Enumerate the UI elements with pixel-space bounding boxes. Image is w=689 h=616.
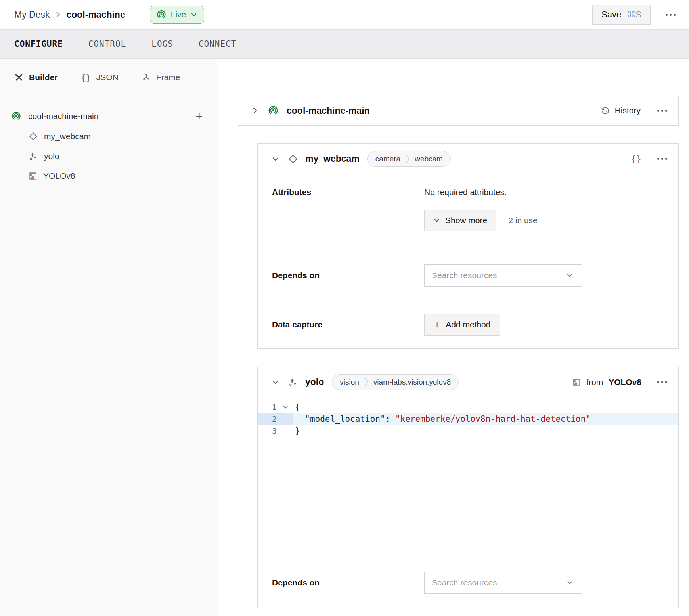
code-line-1: 1 { — [258, 401, 678, 413]
badge-model-segment: viam-labs:vision:yolov8 — [369, 378, 458, 386]
machine-part-icon — [268, 105, 279, 116]
webcam-card: my_webcam camera webcam {} Attributes No… — [257, 143, 679, 349]
resource-tree: cool-machine-main + my_webcam yolo — [0, 96, 217, 186]
history-button[interactable]: History — [600, 106, 641, 115]
module-icon — [572, 378, 581, 386]
tree-connector-line — [238, 126, 238, 616]
top-bar-actions: Save ⌘S — [592, 5, 676, 25]
depends-on-select[interactable]: Search resources — [424, 572, 582, 594]
badge-api-segment: camera — [368, 155, 405, 163]
view-json[interactable]: {} JSON — [80, 73, 119, 82]
code-line-3: 3 } — [258, 425, 678, 437]
part-panel-title: cool-machine-main — [287, 105, 370, 116]
yolo-depends-section: Depends on Search resources — [258, 557, 678, 608]
from-module-label: from YOLOv8 — [572, 377, 641, 387]
vision-service-icon — [288, 377, 298, 387]
machine-tabs: CONFIGURE CONTROL LOGS CONNECT — [0, 30, 689, 59]
tab-configure[interactable]: CONFIGURE — [14, 39, 63, 49]
part-panel-expand-button[interactable] — [251, 106, 259, 115]
save-button[interactable]: Save ⌘S — [592, 5, 651, 25]
tree-item-yolov8-module[interactable]: YOLOv8 — [11, 166, 203, 186]
webcam-menu-button[interactable] — [656, 155, 668, 162]
sidebar: Builder {} JSON Frame — [0, 59, 217, 616]
json-attributes-editor[interactable]: 1 { 2 "model_location": "keremberke/yolo… — [258, 397, 678, 557]
yolo-card-header: yolo vision viam-labs:vision:yolov8 — [258, 367, 678, 397]
badge-model-segment: webcam — [410, 155, 450, 163]
view-builder-label: Builder — [29, 73, 57, 82]
vision-service-icon — [29, 151, 38, 161]
show-more-label: Show more — [445, 216, 487, 225]
machine-part-icon — [11, 111, 21, 121]
webcam-card-header: my_webcam camera webcam {} — [258, 144, 678, 174]
tree-item-label: my_webcam — [44, 132, 91, 141]
tree-root-machine-part[interactable]: cool-machine-main + — [11, 106, 203, 126]
live-status-button[interactable]: Live — [150, 6, 205, 24]
live-status-label: Live — [171, 10, 186, 19]
json-string-value: "keremberke/yolov8n-hard-hat-detection" — [395, 414, 591, 424]
code-text: "model_location": "keremberke/yolov8n-ha… — [293, 413, 678, 425]
yolo-menu-button[interactable] — [656, 379, 668, 385]
from-module-name: YOLOv8 — [609, 377, 641, 387]
camera-component-icon — [288, 154, 298, 164]
webcam-data-capture-section: Data capture + Add method — [258, 300, 678, 349]
part-panel-menu-button[interactable] — [656, 107, 668, 114]
save-button-label: Save — [601, 10, 621, 20]
attributes-in-use-count: 2 in use — [508, 216, 538, 225]
tools-icon — [14, 73, 24, 82]
tree-item-yolo[interactable]: yolo — [11, 146, 203, 166]
tree-root-label: cool-machine-main — [28, 111, 98, 121]
chevron-down-icon — [433, 217, 440, 224]
depends-on-placeholder: Search resources — [432, 578, 497, 587]
json-key: "model_location" — [305, 414, 385, 424]
add-resource-button[interactable]: + — [195, 110, 203, 122]
line-number: 3 — [258, 425, 282, 437]
line-number: 2 — [258, 413, 282, 425]
depends-on-select[interactable]: Search resources — [424, 264, 582, 287]
webcam-type-badge: camera webcam — [367, 151, 451, 167]
code-text: { — [293, 401, 678, 413]
webcam-depends-section: Depends on Search resources — [258, 251, 678, 300]
machine-part-panel: cool-machine-main History — [238, 96, 679, 126]
tree-item-label: YOLOv8 — [43, 171, 75, 181]
tab-logs[interactable]: LOGS — [151, 39, 173, 49]
depends-on-placeholder: Search resources — [432, 271, 497, 280]
chevron-down-icon — [566, 272, 574, 279]
frame-axes-icon — [142, 73, 151, 82]
webcam-attributes-section: Attributes No required attributes. Show … — [258, 174, 678, 251]
add-method-button[interactable]: + Add method — [424, 314, 500, 336]
view-frame[interactable]: Frame — [142, 73, 180, 82]
history-label: History — [615, 106, 641, 115]
line-number: 1 — [258, 401, 282, 413]
config-view-switcher: Builder {} JSON Frame — [0, 59, 217, 96]
depends-on-label: Depends on — [258, 271, 424, 280]
attributes-label: Attributes — [258, 174, 424, 251]
tree-item-my-webcam[interactable]: my_webcam — [11, 126, 203, 146]
live-chevron-down-icon — [190, 11, 197, 18]
braces-icon: {} — [80, 73, 91, 82]
breadcrumb: My Desk cool-machine Live — [14, 6, 204, 24]
from-word: from — [586, 377, 603, 387]
breadcrumb-chevron-icon — [55, 10, 61, 19]
webcam-collapse-button[interactable] — [271, 155, 280, 163]
plus-icon: + — [434, 319, 440, 330]
app-root: My Desk cool-machine Live — [0, 0, 689, 616]
code-text: } — [293, 425, 678, 437]
code-line-2: 2 "model_location": "keremberke/yolov8n-… — [258, 413, 678, 425]
fold-toggle-icon[interactable] — [282, 401, 293, 413]
braces-icon: {} — [631, 154, 642, 164]
tab-control[interactable]: CONTROL — [88, 39, 126, 49]
view-builder[interactable]: Builder — [14, 73, 57, 82]
yolo-collapse-button[interactable] — [271, 378, 280, 386]
edit-json-button[interactable]: {} — [631, 154, 642, 164]
machine-menu-button[interactable] — [665, 11, 676, 18]
main-content: cool-machine-main History — [217, 59, 689, 616]
webcam-card-title: my_webcam — [305, 153, 360, 164]
breadcrumb-parent-link[interactable]: My Desk — [14, 10, 50, 20]
save-shortcut: ⌘S — [627, 10, 641, 20]
show-more-button[interactable]: Show more — [424, 210, 496, 231]
breadcrumb-current: cool-machine — [66, 10, 125, 20]
yolo-type-badge: vision viam-labs:vision:yolov8 — [332, 374, 459, 390]
yolo-card: yolo vision viam-labs:vision:yolov8 — [257, 367, 679, 608]
tab-connect[interactable]: CONNECT — [199, 39, 237, 49]
chevron-down-icon — [566, 579, 574, 587]
